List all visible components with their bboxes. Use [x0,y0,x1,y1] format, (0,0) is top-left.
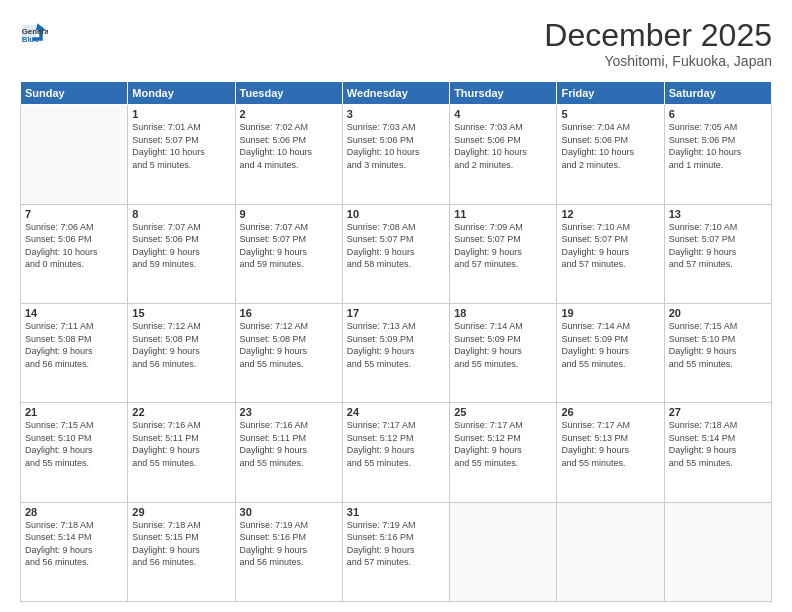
day-info: Sunrise: 7:15 AM Sunset: 5:10 PM Dayligh… [669,320,767,370]
day-info: Sunrise: 7:03 AM Sunset: 5:06 PM Dayligh… [454,121,552,171]
day-cell-3-6: 27Sunrise: 7:18 AM Sunset: 5:14 PM Dayli… [664,403,771,502]
day-cell-1-3: 10Sunrise: 7:08 AM Sunset: 5:07 PM Dayli… [342,204,449,303]
day-cell-4-6 [664,502,771,601]
day-info: Sunrise: 7:10 AM Sunset: 5:07 PM Dayligh… [561,221,659,271]
week-row-4: 21Sunrise: 7:15 AM Sunset: 5:10 PM Dayli… [21,403,772,502]
day-number: 25 [454,406,552,418]
day-info: Sunrise: 7:17 AM Sunset: 5:12 PM Dayligh… [454,419,552,469]
logo-icon: General Blue [20,18,48,46]
week-row-3: 14Sunrise: 7:11 AM Sunset: 5:08 PM Dayli… [21,303,772,402]
day-number: 5 [561,108,659,120]
day-number: 6 [669,108,767,120]
day-number: 4 [454,108,552,120]
week-row-1: 1Sunrise: 7:01 AM Sunset: 5:07 PM Daylig… [21,105,772,204]
day-cell-0-5: 5Sunrise: 7:04 AM Sunset: 5:06 PM Daylig… [557,105,664,204]
calendar-body: 1Sunrise: 7:01 AM Sunset: 5:07 PM Daylig… [21,105,772,602]
col-friday: Friday [557,82,664,105]
day-number: 14 [25,307,123,319]
col-sunday: Sunday [21,82,128,105]
day-info: Sunrise: 7:16 AM Sunset: 5:11 PM Dayligh… [132,419,230,469]
day-number: 15 [132,307,230,319]
day-info: Sunrise: 7:03 AM Sunset: 5:06 PM Dayligh… [347,121,445,171]
day-number: 19 [561,307,659,319]
day-info: Sunrise: 7:14 AM Sunset: 5:09 PM Dayligh… [561,320,659,370]
day-cell-4-2: 30Sunrise: 7:19 AM Sunset: 5:16 PM Dayli… [235,502,342,601]
day-number: 16 [240,307,338,319]
col-tuesday: Tuesday [235,82,342,105]
day-number: 8 [132,208,230,220]
day-cell-1-1: 8Sunrise: 7:07 AM Sunset: 5:06 PM Daylig… [128,204,235,303]
day-info: Sunrise: 7:16 AM Sunset: 5:11 PM Dayligh… [240,419,338,469]
day-number: 10 [347,208,445,220]
day-number: 9 [240,208,338,220]
col-monday: Monday [128,82,235,105]
day-number: 18 [454,307,552,319]
logo: General Blue [20,18,48,46]
day-cell-2-4: 18Sunrise: 7:14 AM Sunset: 5:09 PM Dayli… [450,303,557,402]
day-number: 29 [132,506,230,518]
day-cell-1-5: 12Sunrise: 7:10 AM Sunset: 5:07 PM Dayli… [557,204,664,303]
day-info: Sunrise: 7:15 AM Sunset: 5:10 PM Dayligh… [25,419,123,469]
day-number: 1 [132,108,230,120]
day-cell-3-3: 24Sunrise: 7:17 AM Sunset: 5:12 PM Dayli… [342,403,449,502]
day-number: 26 [561,406,659,418]
day-info: Sunrise: 7:14 AM Sunset: 5:09 PM Dayligh… [454,320,552,370]
day-cell-4-5 [557,502,664,601]
day-cell-0-0 [21,105,128,204]
day-cell-0-6: 6Sunrise: 7:05 AM Sunset: 5:06 PM Daylig… [664,105,771,204]
day-number: 22 [132,406,230,418]
day-info: Sunrise: 7:02 AM Sunset: 5:06 PM Dayligh… [240,121,338,171]
day-info: Sunrise: 7:19 AM Sunset: 5:16 PM Dayligh… [347,519,445,569]
day-cell-0-4: 4Sunrise: 7:03 AM Sunset: 5:06 PM Daylig… [450,105,557,204]
day-number: 27 [669,406,767,418]
day-number: 28 [25,506,123,518]
day-cell-4-4 [450,502,557,601]
page: General Blue December 2025 Yoshitomi, Fu… [0,0,792,612]
day-number: 17 [347,307,445,319]
subtitle: Yoshitomi, Fukuoka, Japan [544,53,772,69]
day-info: Sunrise: 7:04 AM Sunset: 5:06 PM Dayligh… [561,121,659,171]
day-info: Sunrise: 7:05 AM Sunset: 5:06 PM Dayligh… [669,121,767,171]
day-cell-2-0: 14Sunrise: 7:11 AM Sunset: 5:08 PM Dayli… [21,303,128,402]
day-cell-2-6: 20Sunrise: 7:15 AM Sunset: 5:10 PM Dayli… [664,303,771,402]
day-info: Sunrise: 7:17 AM Sunset: 5:12 PM Dayligh… [347,419,445,469]
day-cell-3-5: 26Sunrise: 7:17 AM Sunset: 5:13 PM Dayli… [557,403,664,502]
calendar-table: Sunday Monday Tuesday Wednesday Thursday… [20,81,772,602]
day-cell-3-0: 21Sunrise: 7:15 AM Sunset: 5:10 PM Dayli… [21,403,128,502]
day-info: Sunrise: 7:18 AM Sunset: 5:15 PM Dayligh… [132,519,230,569]
day-info: Sunrise: 7:17 AM Sunset: 5:13 PM Dayligh… [561,419,659,469]
day-cell-2-3: 17Sunrise: 7:13 AM Sunset: 5:09 PM Dayli… [342,303,449,402]
day-cell-4-1: 29Sunrise: 7:18 AM Sunset: 5:15 PM Dayli… [128,502,235,601]
day-number: 2 [240,108,338,120]
day-info: Sunrise: 7:08 AM Sunset: 5:07 PM Dayligh… [347,221,445,271]
day-cell-3-2: 23Sunrise: 7:16 AM Sunset: 5:11 PM Dayli… [235,403,342,502]
day-cell-2-5: 19Sunrise: 7:14 AM Sunset: 5:09 PM Dayli… [557,303,664,402]
day-cell-1-6: 13Sunrise: 7:10 AM Sunset: 5:07 PM Dayli… [664,204,771,303]
day-number: 23 [240,406,338,418]
day-info: Sunrise: 7:10 AM Sunset: 5:07 PM Dayligh… [669,221,767,271]
week-row-2: 7Sunrise: 7:06 AM Sunset: 5:06 PM Daylig… [21,204,772,303]
day-cell-1-2: 9Sunrise: 7:07 AM Sunset: 5:07 PM Daylig… [235,204,342,303]
day-cell-1-4: 11Sunrise: 7:09 AM Sunset: 5:07 PM Dayli… [450,204,557,303]
header: General Blue December 2025 Yoshitomi, Fu… [20,18,772,69]
day-number: 30 [240,506,338,518]
day-cell-0-2: 2Sunrise: 7:02 AM Sunset: 5:06 PM Daylig… [235,105,342,204]
day-number: 7 [25,208,123,220]
week-row-5: 28Sunrise: 7:18 AM Sunset: 5:14 PM Dayli… [21,502,772,601]
day-info: Sunrise: 7:06 AM Sunset: 5:06 PM Dayligh… [25,221,123,271]
day-cell-4-0: 28Sunrise: 7:18 AM Sunset: 5:14 PM Dayli… [21,502,128,601]
day-number: 31 [347,506,445,518]
day-number: 13 [669,208,767,220]
title-block: December 2025 Yoshitomi, Fukuoka, Japan [544,18,772,69]
day-info: Sunrise: 7:07 AM Sunset: 5:06 PM Dayligh… [132,221,230,271]
day-info: Sunrise: 7:07 AM Sunset: 5:07 PM Dayligh… [240,221,338,271]
day-cell-3-4: 25Sunrise: 7:17 AM Sunset: 5:12 PM Dayli… [450,403,557,502]
day-info: Sunrise: 7:13 AM Sunset: 5:09 PM Dayligh… [347,320,445,370]
col-thursday: Thursday [450,82,557,105]
day-number: 12 [561,208,659,220]
day-cell-2-1: 15Sunrise: 7:12 AM Sunset: 5:08 PM Dayli… [128,303,235,402]
col-saturday: Saturday [664,82,771,105]
day-info: Sunrise: 7:12 AM Sunset: 5:08 PM Dayligh… [240,320,338,370]
day-cell-4-3: 31Sunrise: 7:19 AM Sunset: 5:16 PM Dayli… [342,502,449,601]
day-cell-0-3: 3Sunrise: 7:03 AM Sunset: 5:06 PM Daylig… [342,105,449,204]
